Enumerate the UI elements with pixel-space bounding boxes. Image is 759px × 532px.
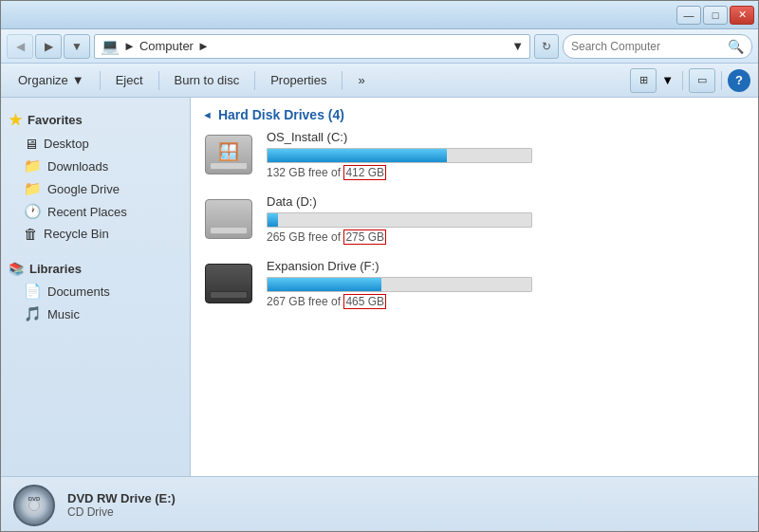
address-path[interactable]: 💻 ► Computer ► ▼	[94, 34, 530, 59]
sidebar-item-label: Desktop	[44, 137, 89, 151]
dropdown-button[interactable]: ▼	[64, 34, 90, 59]
title-bar-buttons: — □ ✕	[676, 6, 754, 25]
chevron-down-icon: ▼	[71, 40, 83, 53]
drive-item[interactable]: Data (D:)265 GB free of 275 GB	[202, 194, 747, 244]
more-button[interactable]: »	[348, 68, 374, 93]
sidebar-spacer	[1, 245, 190, 256]
dvd-drive-name: DVD RW Drive (E:)	[67, 491, 176, 505]
progress-bar-container	[267, 212, 532, 228]
toolbar-divider-1	[100, 71, 101, 90]
search-icon[interactable]: 🔍	[728, 39, 744, 54]
hdd-hdd-icon	[205, 199, 252, 239]
dvd-drive-type: CD Drive	[67, 505, 176, 519]
view-button[interactable]: ⊞	[630, 68, 657, 93]
sidebar-item-label: Documents	[47, 284, 110, 299]
total-gb-highlight: 412 GB	[343, 165, 386, 180]
drive-icon	[202, 196, 255, 242]
back-button[interactable]: ◀	[7, 34, 33, 59]
toolbar-divider-2	[158, 71, 159, 90]
favorites-label: Favorites	[28, 113, 83, 127]
sidebar-item-label: Recycle Bin	[44, 227, 109, 241]
progress-bar-container	[267, 277, 532, 292]
sidebar-item-desktop[interactable]: 🖥 Desktop	[1, 133, 190, 155]
address-bar: ◀ ▶ ▼ 💻 ► Computer ► ▼ ↻ 🔍	[1, 29, 758, 64]
google-drive-icon: 📁	[24, 180, 42, 197]
toolbar: Organize ▼ Eject Burn to disc Properties…	[1, 64, 758, 98]
drive-info: Expansion Drive (F:)267 GB free of 465 G…	[267, 259, 747, 308]
pane-icon: ▭	[697, 74, 707, 86]
drive-name: OS_Install (C:)	[267, 130, 747, 144]
sidebar-item-label: Downloads	[47, 159, 108, 174]
title-bar: — □ ✕	[1, 1, 758, 29]
libraries-section: 📚 Libraries	[1, 256, 190, 280]
close-button[interactable]: ✕	[730, 6, 754, 25]
toolbar-divider-6	[721, 71, 722, 90]
favorites-section: ★ Favorites	[1, 105, 190, 133]
minimize-button[interactable]: —	[676, 6, 701, 25]
address-location: Computer	[139, 39, 194, 53]
progress-bar-fill	[268, 149, 447, 162]
sidebar-item-google-drive[interactable]: 📁 Google Drive	[1, 177, 190, 200]
drive-space: 132 GB free of 412 GB	[267, 166, 747, 179]
sidebar-item-music[interactable]: 🎵 Music	[1, 303, 190, 325]
drives-container: 🪟OS_Install (C:)132 GB free of 412 GBDat…	[202, 130, 747, 308]
content-area: Hard Disk Drives (4) 🪟OS_Install (C:)132…	[191, 98, 758, 476]
maximize-button[interactable]: □	[703, 6, 728, 25]
desktop-icon: 🖥	[24, 136, 38, 152]
recycle-bin-icon: 🗑	[24, 226, 38, 242]
downloads-icon: 📁	[24, 157, 42, 174]
burn-button[interactable]: Burn to disc	[165, 68, 250, 93]
sidebar-item-label: Recent Places	[47, 205, 127, 219]
address-chevron: ►	[197, 39, 210, 53]
view-icon: ⊞	[639, 74, 648, 86]
eject-button[interactable]: Eject	[106, 68, 153, 93]
dvd-icon-container: DVD	[10, 482, 58, 529]
nav-buttons: ◀ ▶ ▼	[7, 34, 90, 59]
refresh-icon: ↻	[542, 40, 551, 53]
properties-button[interactable]: Properties	[261, 68, 336, 93]
search-box: 🔍	[563, 34, 752, 59]
drive-space: 265 GB free of 275 GB	[267, 230, 747, 244]
drive-item[interactable]: 🪟OS_Install (C:)132 GB free of 412 GB	[202, 130, 747, 179]
sidebar-item-recent-places[interactable]: 🕐 Recent Places	[1, 200, 190, 223]
pane-button[interactable]: ▭	[689, 68, 715, 93]
libraries-icon: 📚	[9, 262, 24, 276]
sidebar-scroll: ★ Favorites 🖥 Desktop 📁 Downloads 📁 Goog…	[1, 98, 190, 476]
system-hdd-icon: 🪟	[205, 135, 252, 174]
total-gb-highlight: 275 GB	[343, 229, 386, 245]
organize-button[interactable]: Organize ▼	[9, 68, 94, 93]
forward-button[interactable]: ▶	[35, 34, 62, 59]
total-gb-highlight: 465 GB	[343, 294, 386, 309]
music-icon: 🎵	[24, 305, 42, 322]
sidebar-item-recycle-bin[interactable]: 🗑 Recycle Bin	[1, 223, 190, 245]
documents-icon: 📄	[24, 283, 42, 300]
help-button[interactable]: ?	[728, 69, 750, 92]
drive-item[interactable]: Expansion Drive (F:)267 GB free of 465 G…	[202, 259, 747, 308]
drive-icon: 🪟	[202, 132, 255, 177]
sidebar-item-label: Google Drive	[47, 182, 120, 196]
search-input[interactable]	[571, 40, 724, 53]
progress-bar-fill	[268, 278, 381, 291]
drive-info: OS_Install (C:)132 GB free of 412 GB	[267, 130, 747, 179]
main-area: ★ Favorites 🖥 Desktop 📁 Downloads 📁 Goog…	[1, 98, 758, 476]
computer-icon: 💻	[101, 37, 120, 55]
refresh-button[interactable]: ↻	[534, 34, 559, 59]
sidebar-item-downloads[interactable]: 📁 Downloads	[1, 155, 190, 177]
address-dropdown-icon[interactable]: ▼	[511, 39, 524, 53]
progress-bar-fill	[268, 213, 278, 227]
favorites-star-icon: ★	[9, 111, 22, 129]
drive-space: 267 GB free of 465 GB	[267, 295, 747, 308]
drive-info: Data (D:)265 GB free of 275 GB	[267, 194, 747, 244]
dvd-disc-icon: DVD	[13, 485, 55, 526]
dvd-info: DVD RW Drive (E:) CD Drive	[67, 491, 176, 519]
section-title: Hard Disk Drives (4)	[218, 107, 344, 122]
progress-bar-container	[267, 148, 532, 163]
drive-icon	[202, 261, 255, 306]
dvd-label: DVD	[28, 496, 41, 502]
organize-dropdown-icon: ▼	[72, 73, 84, 87]
view-dropdown-icon[interactable]: ▼	[658, 73, 676, 87]
sidebar: ★ Favorites 🖥 Desktop 📁 Downloads 📁 Goog…	[1, 98, 191, 476]
sidebar-item-documents[interactable]: 📄 Documents	[1, 280, 190, 303]
external-hdd-icon	[205, 264, 252, 303]
address-separator: ►	[123, 39, 136, 53]
